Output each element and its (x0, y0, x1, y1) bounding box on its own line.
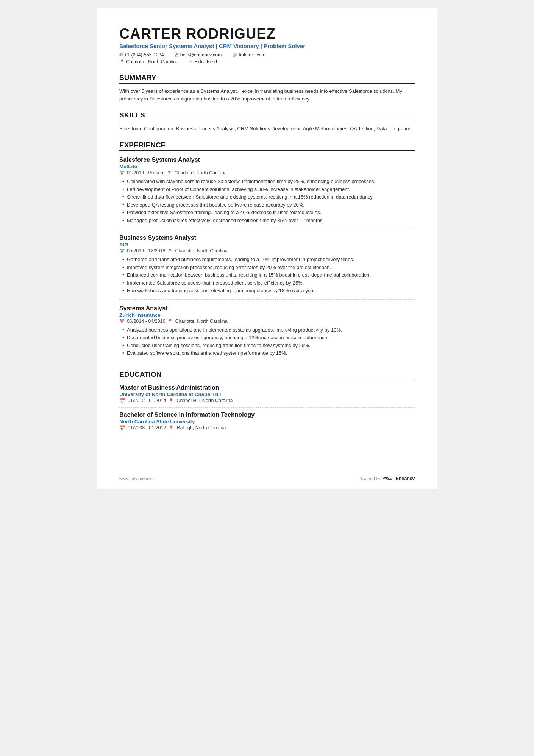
contact-row-1: ✆ +1-(234)-555-1234 @ help@enhancv.com 🔗… (119, 52, 415, 58)
bullet-1-4: Ran workshops and training sessions, ele… (121, 287, 415, 294)
job-bullets-2: Analyzed business operations and impleme… (121, 326, 415, 357)
bullet-2-2: Conducted user training sessions, reduci… (121, 342, 415, 349)
footer-website: www.enhancv.com (119, 476, 154, 481)
edu-degree-0: Master of Business Administration (119, 384, 415, 391)
edu-block-0: Master of Business Administration Univer… (119, 384, 415, 408)
job-meta-1: 📅 05/2016 - 12/2018 📍 Charlotte, North C… (119, 248, 415, 254)
edu-location-icon-1: 📍 (168, 425, 174, 431)
bullet-0-1: Led development of Proof of Concept solu… (121, 186, 415, 193)
edu-institution-0: University of North Carolina at Chapel H… (119, 391, 415, 397)
job-bullets-0: Collaborated with stakeholders to reduce… (121, 178, 415, 224)
edu-calendar-icon-1: 📅 (119, 425, 125, 431)
location-icon: 📍 (119, 59, 125, 64)
education-title: EDUCATION (119, 370, 415, 380)
contact-row-2: 📍 Charlotte, North Carolina ☆ Extra Fiel… (119, 59, 415, 65)
link-icon: 🔗 (233, 53, 238, 58)
edu-location-icon-0: 📍 (168, 398, 174, 404)
bullet-0-3: Developed QA testing processes that boos… (121, 201, 415, 209)
bullet-2-0: Analyzed business operations and impleme… (121, 326, 415, 334)
job-title-0: Salesforce Systems Analyst (119, 157, 415, 163)
calendar-icon-0: 📅 (119, 171, 125, 175)
bullet-2-3: Evaluated software solutions that enhanc… (121, 349, 415, 357)
header: CARTER RODRIGUEZ Salesforce Senior Syste… (119, 26, 415, 65)
edu-meta-0: 📅 01/2012 - 01/2014 📍 Chapel Hill, North… (119, 398, 415, 404)
summary-section: SUMMARY With over 5 years of experience … (119, 74, 415, 103)
location-contact: 📍 Charlotte, North Carolina (119, 59, 178, 64)
star-icon: ☆ (189, 59, 193, 64)
enhancv-logo-icon (383, 476, 393, 481)
company-name-1: AIG (119, 242, 415, 247)
linkedin-contact[interactable]: 🔗 linkedin.com (233, 52, 265, 58)
resume-page: CARTER RODRIGUEZ Salesforce Senior Syste… (97, 8, 437, 489)
job-bullets-1: Gathered and translated business require… (121, 256, 415, 294)
job-block-0: Salesforce Systems Analyst MetLife 📅 01/… (119, 157, 415, 229)
company-name-2: Zurich Insurance (119, 312, 415, 318)
job-block-1: Business Systems Analyst AIG 📅 05/2016 -… (119, 235, 415, 300)
edu-meta-1: 📅 01/2008 - 01/2012 📍 Raleigh, North Car… (119, 425, 415, 431)
bullet-1-3: Implemented Salesforce solutions that in… (121, 279, 415, 287)
bullet-1-1: Improved system integration processes, r… (121, 264, 415, 271)
candidate-name: CARTER RODRIGUEZ (119, 26, 415, 42)
bullet-1-0: Gathered and translated business require… (121, 256, 415, 263)
skills-text: Salesforce Configuration, Business Proce… (119, 125, 415, 133)
skills-section: SKILLS Salesforce Configuration, Busines… (119, 111, 415, 133)
email-icon: @ (175, 53, 179, 57)
location-icon-2: 📍 (167, 319, 173, 324)
enhancv-brand-name: Enhancv (395, 476, 415, 481)
bullet-0-0: Collaborated with stakeholders to reduce… (121, 178, 415, 185)
summary-title: SUMMARY (119, 74, 415, 84)
calendar-icon-1: 📅 (119, 249, 125, 254)
job-block-2: Systems Analyst Zurich Insurance 📅 06/20… (119, 305, 415, 362)
job-meta-0: 📅 01/2019 - Present 📍 Charlotte, North C… (119, 170, 415, 175)
bullet-2-1: Documented business processes rigorously… (121, 334, 415, 341)
location-icon-0: 📍 (167, 171, 172, 175)
job-meta-2: 📅 06/2014 - 04/2016 📍 Charlotte, North C… (119, 319, 415, 324)
experience-title: EXPERIENCE (119, 141, 415, 151)
phone-contact: ✆ +1-(234)-555-1234 (119, 52, 164, 58)
email-contact: @ help@enhancv.com (175, 52, 222, 58)
edu-institution-1: North Carolina State University (119, 419, 415, 424)
job-title-2: Systems Analyst (119, 305, 415, 312)
job-title-1: Business Systems Analyst (119, 235, 415, 241)
education-section: EDUCATION Master of Business Administrat… (119, 370, 415, 435)
bullet-0-2: Streamlined data flow between Salesforce… (121, 193, 415, 201)
location-icon-1: 📍 (167, 249, 173, 254)
summary-text: With over 5 years of experience as a Sys… (119, 88, 415, 103)
company-name-0: MetLife (119, 164, 415, 169)
footer-brand: Powered by Enhancv (358, 476, 415, 481)
page-footer: www.enhancv.com Powered by Enhancv (119, 476, 415, 481)
calendar-icon-2: 📅 (119, 319, 125, 324)
bullet-0-5: Managed production issues effectively; d… (121, 217, 415, 224)
extra-contact: ☆ Extra Field (189, 59, 217, 64)
bullet-1-2: Enhanced communication between business … (121, 271, 415, 279)
edu-calendar-icon-0: 📅 (119, 398, 125, 404)
edu-degree-1: Bachelor of Science in Information Techn… (119, 412, 415, 418)
edu-block-1: Bachelor of Science in Information Techn… (119, 412, 415, 435)
skills-title: SKILLS (119, 111, 415, 121)
experience-section: EXPERIENCE Salesforce Systems Analyst Me… (119, 141, 415, 362)
candidate-title: Salesforce Senior Systems Analyst | CRM … (119, 43, 415, 49)
bullet-0-4: Provided extensive Salesforce training, … (121, 209, 415, 216)
phone-icon: ✆ (119, 53, 123, 58)
